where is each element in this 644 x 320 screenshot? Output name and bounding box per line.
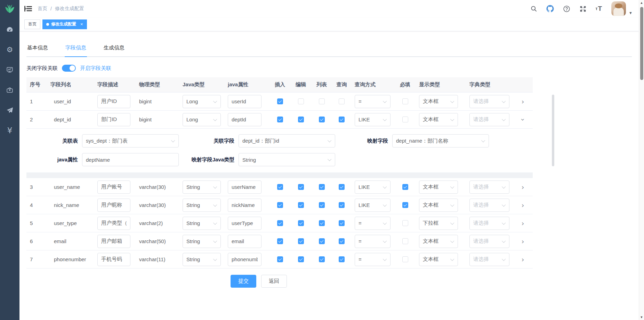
query-type-select[interactable]: LIKE	[355, 181, 391, 194]
query-checkbox[interactable]	[339, 117, 345, 122]
query-type-select[interactable]: =	[355, 95, 391, 108]
dict-type-select[interactable]: 请选择	[469, 113, 509, 126]
java-type-select[interactable]: String	[183, 217, 221, 230]
table-scrollbar-thumb[interactable]	[552, 95, 554, 166]
java-type-select[interactable]: String	[183, 235, 221, 248]
dict-type-select[interactable]: 请选择	[469, 253, 509, 266]
app-logo[interactable]	[0, 0, 19, 17]
tab-field-info[interactable]: 字段信息	[65, 41, 87, 56]
relation-table-select[interactable]: sys_dept：部门表	[82, 134, 179, 147]
required-checkbox[interactable]	[402, 220, 408, 226]
description-input[interactable]	[97, 253, 130, 266]
insert-checkbox[interactable]	[277, 184, 283, 190]
expand-row-icon[interactable]: ›	[522, 220, 524, 227]
insert-checkbox[interactable]	[277, 98, 283, 104]
edit-checkbox[interactable]	[298, 238, 304, 244]
help-icon[interactable]	[563, 5, 570, 13]
required-checkbox[interactable]	[402, 256, 408, 262]
list-checkbox[interactable]	[319, 220, 325, 226]
sidebar-item-pay[interactable]: ¥	[0, 120, 19, 141]
java-type-select[interactable]: String	[183, 253, 221, 266]
list-checkbox[interactable]	[319, 98, 325, 104]
html-type-select[interactable]: 文本框	[419, 235, 458, 248]
insert-checkbox[interactable]	[277, 202, 283, 208]
description-input[interactable]	[97, 113, 130, 126]
font-size-icon[interactable]: тT	[596, 5, 603, 13]
edit-checkbox[interactable]	[298, 98, 304, 104]
query-type-select[interactable]: =	[355, 235, 391, 248]
html-type-select[interactable]: 文本框	[419, 253, 458, 266]
sidebar-item-tool[interactable]	[0, 80, 19, 100]
tab-gen-info[interactable]: 生成信息	[103, 41, 125, 56]
expand-row-icon[interactable]: ›	[522, 256, 524, 263]
tag-close-icon[interactable]: ×	[80, 22, 83, 27]
java-field-input[interactable]	[228, 181, 261, 194]
html-type-select[interactable]: 文本框	[419, 113, 458, 126]
field-relation-switch[interactable]	[62, 65, 76, 72]
java-field-input[interactable]	[228, 95, 261, 108]
required-checkbox[interactable]	[402, 202, 408, 208]
java-field-input[interactable]	[228, 199, 261, 212]
expand-row-icon[interactable]: ›	[522, 98, 524, 105]
edit-checkbox[interactable]	[298, 256, 304, 262]
sidebar-item-system[interactable]: ⚙	[0, 40, 19, 60]
description-input[interactable]	[97, 199, 130, 212]
edit-checkbox[interactable]	[298, 202, 304, 208]
insert-checkbox[interactable]	[277, 117, 283, 122]
dict-type-select[interactable]: 请选择	[469, 199, 509, 212]
html-type-select[interactable]: 文本框	[419, 181, 458, 194]
sidebar-item-dashboard[interactable]	[0, 19, 19, 40]
edit-checkbox[interactable]	[298, 117, 304, 122]
query-type-select[interactable]: =	[355, 253, 391, 266]
mapping-java-type-select[interactable]: String	[239, 153, 335, 166]
java-type-select[interactable]: String	[183, 181, 221, 194]
java-field-input[interactable]	[228, 113, 261, 126]
edit-checkbox[interactable]	[298, 184, 304, 190]
query-checkbox[interactable]	[339, 256, 345, 262]
list-checkbox[interactable]	[319, 256, 325, 262]
insert-checkbox[interactable]	[277, 256, 283, 262]
sidebar-item-monitor[interactable]	[0, 60, 19, 80]
back-button[interactable]: 返回	[261, 275, 287, 288]
html-type-select[interactable]: 文本框	[419, 199, 458, 212]
scroll-down-arrow[interactable]: ▼	[640, 314, 643, 320]
list-checkbox[interactable]	[319, 184, 325, 190]
user-menu[interactable]: ▼	[611, 1, 633, 16]
dict-type-select[interactable]: 请选择	[469, 181, 509, 194]
dict-type-select[interactable]: 请选择	[469, 235, 509, 248]
query-type-select[interactable]: LIKE	[355, 113, 391, 126]
expand-row-icon[interactable]: ›	[522, 238, 524, 245]
html-type-select[interactable]: 文本框	[419, 95, 458, 108]
description-input[interactable]	[97, 95, 130, 108]
java-type-select[interactable]: String	[183, 199, 221, 212]
description-input[interactable]	[97, 235, 130, 248]
insert-checkbox[interactable]	[277, 220, 283, 226]
insert-checkbox[interactable]	[277, 238, 283, 244]
java-field-input[interactable]	[228, 217, 261, 230]
relation-field-select[interactable]: dept_id：部门id	[239, 134, 335, 147]
dict-type-select[interactable]: 请选择	[469, 95, 509, 108]
edit-checkbox[interactable]	[298, 220, 304, 226]
required-checkbox[interactable]	[402, 98, 408, 104]
java-field-input[interactable]	[228, 235, 261, 248]
query-checkbox[interactable]	[339, 98, 345, 104]
query-type-select[interactable]: LIKE	[355, 199, 391, 212]
expand-row-icon[interactable]: ›	[522, 184, 524, 191]
html-type-select[interactable]: 下拉框	[419, 217, 458, 230]
fullscreen-icon[interactable]	[579, 5, 587, 13]
breadcrumb-home[interactable]: 首页	[38, 6, 47, 12]
list-checkbox[interactable]	[319, 117, 325, 122]
java-field-input[interactable]	[228, 253, 261, 266]
window-scrollbar[interactable]: ▲ ▼	[639, 0, 644, 320]
scrollbar-thumb[interactable]	[640, 7, 643, 80]
dict-type-select[interactable]: 请选择	[469, 217, 509, 230]
list-checkbox[interactable]	[319, 202, 325, 208]
query-checkbox[interactable]	[339, 220, 345, 226]
java-attr-input[interactable]	[82, 153, 179, 166]
github-icon[interactable]	[546, 5, 554, 13]
sidebar-collapse-icon[interactable]	[24, 6, 32, 12]
required-checkbox[interactable]	[402, 117, 408, 122]
search-icon[interactable]	[530, 5, 537, 12]
tag-current[interactable]: 修改生成配置 ×	[42, 19, 87, 29]
query-type-select[interactable]: =	[355, 217, 391, 230]
